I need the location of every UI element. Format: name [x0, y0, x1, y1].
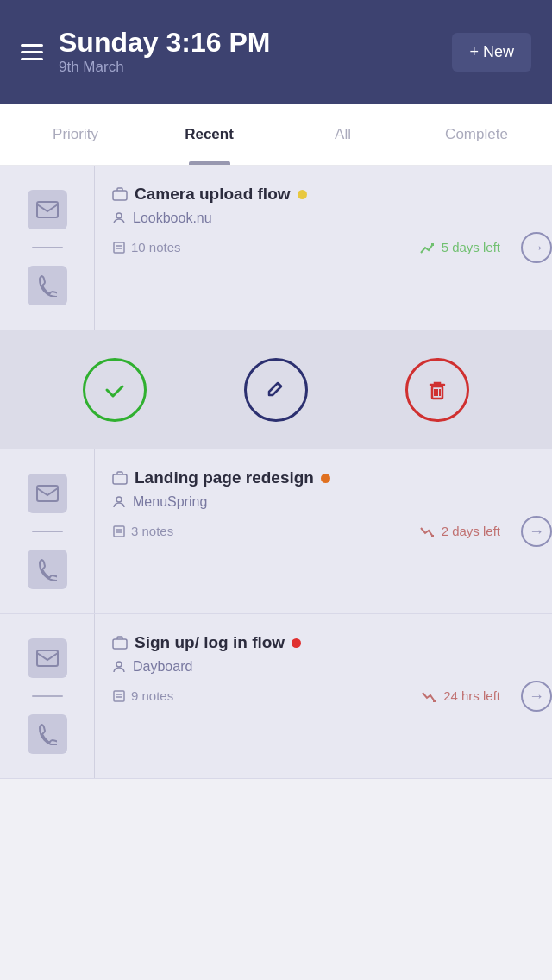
task-meta-row: 9 notes 24 hrs left: [112, 688, 500, 703]
task-subtitle: Dayboard: [133, 659, 192, 675]
tabs-bar: Priority Recent All Complete: [0, 104, 552, 166]
notes-icon: [112, 241, 126, 254]
task-notes: 10 notes: [112, 240, 181, 254]
header-left: Sunday 3:16 PM 9th March: [21, 28, 270, 75]
email-icon[interactable]: [28, 474, 67, 513]
divider: [32, 695, 63, 697]
action-row: [0, 330, 552, 449]
task-subtitle-row: MenuSpring: [112, 494, 500, 510]
svg-rect-1: [113, 191, 127, 200]
task-title-row: Camera upload flow: [112, 185, 500, 204]
tab-all-label: All: [335, 126, 351, 143]
edit-action-button[interactable]: [244, 358, 308, 422]
task-priority-dot: [298, 190, 307, 199]
tab-recent[interactable]: Recent: [142, 104, 276, 165]
email-icon[interactable]: [28, 638, 67, 678]
menu-icon[interactable]: [21, 44, 43, 60]
tab-all[interactable]: All: [276, 104, 410, 165]
header-time: Sunday 3:16 PM: [59, 28, 270, 58]
task-title: Camera upload flow: [135, 185, 291, 204]
tab-priority-label: Priority: [53, 126, 98, 143]
task-item: Landing page redesign MenuSpring 3 notes: [0, 449, 552, 614]
email-icon[interactable]: [28, 190, 67, 229]
task-navigate-button[interactable]: →: [521, 681, 552, 712]
complete-action-button[interactable]: [83, 358, 147, 422]
task-subtitle-row: Lookbook.nu: [112, 210, 500, 226]
svg-rect-11: [37, 486, 58, 501]
chart-down-icon: [419, 525, 436, 538]
header-time-block: Sunday 3:16 PM 9th March: [59, 28, 270, 75]
chart-icon: [419, 241, 436, 254]
task-title: Sign up/ log in flow: [135, 633, 285, 652]
delete-action-button[interactable]: [405, 358, 469, 422]
svg-rect-17: [37, 650, 58, 666]
task-title-row: Landing page redesign: [112, 468, 500, 487]
briefcase-icon: [112, 471, 128, 485]
task-item-actions-left: [0, 166, 95, 330]
task-title: Landing page redesign: [135, 468, 314, 487]
task-item-actions-left: [0, 449, 95, 613]
app-header: Sunday 3:16 PM 9th March + New: [0, 0, 552, 104]
person-icon: [112, 211, 126, 225]
svg-rect-18: [113, 639, 127, 649]
svg-rect-20: [114, 691, 124, 701]
briefcase-icon: [112, 636, 128, 650]
tab-priority[interactable]: Priority: [9, 104, 142, 165]
person-icon: [112, 660, 126, 674]
svg-rect-14: [114, 526, 124, 537]
notes-icon: [112, 689, 126, 703]
tab-complete[interactable]: Complete: [410, 104, 543, 165]
task-notes: 3 notes: [112, 524, 173, 538]
tab-recent-indicator: [189, 161, 230, 165]
task-priority-dot: [292, 638, 301, 648]
task-subtitle: Lookbook.nu: [133, 210, 212, 226]
header-date: 9th March: [59, 59, 270, 76]
briefcase-icon: [112, 187, 128, 201]
svg-point-19: [116, 662, 122, 667]
tab-recent-label: Recent: [185, 126, 234, 143]
divider: [32, 247, 63, 248]
task-notes-count: 9 notes: [131, 688, 173, 703]
task-notes-count: 10 notes: [131, 240, 181, 254]
task-meta-row: 10 notes 5 days left: [112, 240, 500, 254]
svg-rect-0: [37, 202, 58, 217]
task-deadline-text: 24 hrs left: [443, 688, 500, 703]
task-content: Sign up/ log in flow Dayboard 9 notes: [95, 614, 514, 778]
new-button[interactable]: + New: [452, 33, 531, 72]
task-notes: 9 notes: [112, 688, 173, 703]
task-deadline-text: 2 days left: [442, 524, 500, 538]
task-meta-row: 3 notes 2 days left: [112, 524, 500, 538]
svg-point-2: [116, 213, 122, 218]
person-icon: [112, 495, 126, 509]
task-subtitle: MenuSpring: [133, 494, 207, 510]
notes-icon: [112, 525, 126, 538]
chart-down-icon: [421, 689, 438, 703]
tab-complete-label: Complete: [445, 126, 508, 143]
task-priority-dot: [321, 474, 330, 483]
phone-icon[interactable]: [28, 266, 67, 305]
task-navigate-button[interactable]: →: [521, 232, 552, 263]
svg-rect-12: [113, 474, 127, 484]
task-notes-count: 3 notes: [131, 524, 173, 538]
task-item-actions-left: [0, 614, 95, 778]
task-content: Camera upload flow Lookbook.nu 10 notes: [95, 166, 514, 330]
task-subtitle-row: Dayboard: [112, 659, 500, 675]
task-deadline-text: 5 days left: [442, 240, 500, 254]
phone-icon[interactable]: [28, 714, 67, 754]
task-item: Sign up/ log in flow Dayboard 9 notes: [0, 614, 552, 779]
phone-icon[interactable]: [28, 550, 67, 589]
svg-rect-3: [114, 242, 124, 253]
task-navigate-button[interactable]: →: [521, 516, 552, 547]
svg-point-13: [116, 497, 122, 502]
task-content: Landing page redesign MenuSpring 3 notes: [95, 449, 514, 613]
task-item: Camera upload flow Lookbook.nu 10 notes: [0, 166, 552, 330]
task-deadline: 24 hrs left: [421, 688, 500, 703]
task-deadline: 2 days left: [419, 524, 500, 538]
task-deadline: 5 days left: [419, 240, 500, 254]
task-title-row: Sign up/ log in flow: [112, 633, 500, 652]
divider: [32, 531, 63, 532]
